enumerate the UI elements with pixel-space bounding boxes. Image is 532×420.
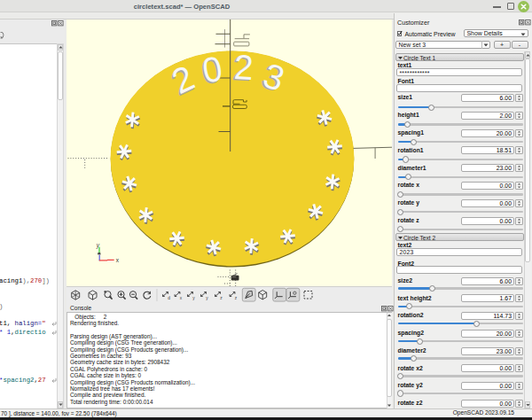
svg-text:z: z xyxy=(234,296,237,300)
svg-text:y: y xyxy=(192,296,195,300)
svg-text:2: 2 xyxy=(232,47,254,87)
svg-text:y: y xyxy=(206,296,208,300)
svg-text:y: y xyxy=(95,242,99,249)
svg-text:d: d xyxy=(168,296,170,300)
svg-text:x: x xyxy=(179,296,182,300)
svg-text:z: z xyxy=(220,296,223,300)
svg-text:x: x xyxy=(115,257,119,263)
